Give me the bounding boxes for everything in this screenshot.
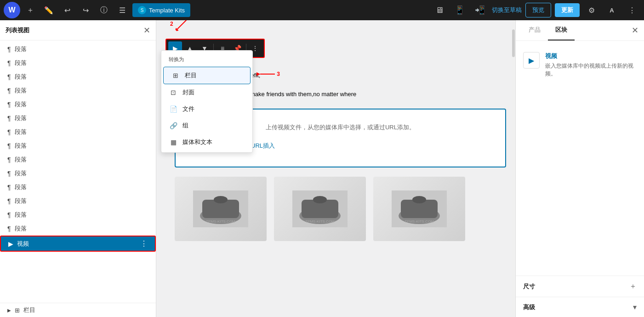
list-item[interactable]: ¶ 段落 bbox=[0, 56, 156, 70]
widget-info: 视频 嵌入您媒体库中的视频或上传新的视频。 bbox=[545, 52, 637, 78]
svg-text:TPMS-KITS.COM: TPMS-KITS.COM bbox=[206, 219, 235, 224]
paragraph-icon: ¶ bbox=[7, 101, 11, 108]
list-item[interactable]: ¶ 段落 bbox=[0, 42, 156, 56]
paragraph-icon: ¶ bbox=[7, 59, 11, 67]
list-item[interactable]: ¶ 段落 bbox=[0, 98, 156, 111]
widget-name: 视频 bbox=[545, 52, 637, 60]
paragraph-icon: ¶ bbox=[7, 128, 11, 136]
transform-dropdown: 转换为 ⊞ 栏目 3 ⊡ 封面 bbox=[161, 50, 253, 153]
list-view-button[interactable]: ☰ bbox=[114, 2, 131, 18]
list-item[interactable]: ¶ 段落 bbox=[0, 194, 156, 208]
center-content: 2 ▶ ▲ ▼ ≡ 📌 ⋮ 转换为 bbox=[156, 20, 515, 317]
more-options-button[interactable]: ⋮ bbox=[624, 2, 640, 18]
svg-line-2 bbox=[177, 20, 188, 29]
svg-text:TPMS-KITS.COM: TPMS-KITS.COM bbox=[305, 219, 335, 224]
dropdown-item-column[interactable]: ⊞ 栏目 bbox=[163, 67, 251, 84]
right-sidebar-content: ▶ 视频 嵌入您媒体库中的视频或上传新的视频。 bbox=[516, 41, 644, 276]
left-sidebar: 列表视图 ✕ ¶ 段落 ¶ 段落 ¶ 段落 ¶ 段落 ¶ 段落 bbox=[0, 20, 156, 317]
undo-button[interactable]: ↩ bbox=[59, 2, 75, 18]
paragraph-icon: ¶ bbox=[7, 142, 11, 150]
svg-text:TPMS-KITS.COM: TPMS-KITS.COM bbox=[405, 219, 434, 224]
tab-blocks[interactable]: 区块 bbox=[548, 20, 575, 40]
dropdown-item-group[interactable]: 🔗 组 bbox=[161, 117, 252, 134]
scrollbar-track[interactable] bbox=[512, 20, 515, 317]
switch-draft-button[interactable]: 切换至草稿 bbox=[492, 6, 522, 14]
widget-video: ▶ 视频 嵌入您媒体库中的视频或上传新的视频。 bbox=[523, 48, 637, 81]
scrollbar-thumb[interactable] bbox=[512, 29, 515, 57]
tablet-view-button[interactable]: 📱 bbox=[451, 2, 468, 18]
dimensions-section[interactable]: 尺寸 ＋ bbox=[516, 276, 644, 297]
arrow-3-svg bbox=[256, 70, 275, 78]
column-dropdown-icon: ⊞ bbox=[171, 71, 180, 80]
main-layout: 列表视图 ✕ ¶ 段落 ¶ 段落 ¶ 段落 ¶ 段落 ¶ 段落 bbox=[0, 20, 644, 317]
annotation-2: 2 bbox=[170, 21, 173, 27]
list-view-title: 列表视图 bbox=[6, 26, 29, 35]
list-item[interactable]: ¶ 段落 bbox=[0, 180, 156, 194]
product-image-1: TPMS-KITS.COM bbox=[175, 177, 267, 241]
desktop-view-button[interactable]: 🖥 bbox=[431, 2, 448, 18]
list-view-header: 列表视图 ✕ bbox=[0, 20, 156, 40]
cover-dropdown-icon: ⊡ bbox=[169, 88, 178, 97]
right-sidebar-close-button[interactable]: ✕ bbox=[632, 25, 638, 35]
dropdown-item-file[interactable]: 📄 文件 bbox=[161, 101, 252, 117]
paragraph-icon: ¶ bbox=[7, 115, 11, 122]
wp-logo: W bbox=[4, 2, 20, 18]
list-items-container: ¶ 段落 ¶ 段落 ¶ 段落 ¶ 段落 ¶ 段落 ¶ 段落 bbox=[0, 40, 156, 303]
plus-icon: ＋ bbox=[629, 282, 637, 291]
redo-button[interactable]: ↪ bbox=[77, 2, 94, 18]
list-item-column[interactable]: ▶ ⊞ 栏目 bbox=[0, 303, 156, 317]
media-text-dropdown-icon: ▦ bbox=[169, 138, 178, 147]
list-item[interactable]: ¶ 段落 bbox=[0, 111, 156, 125]
advanced-section[interactable]: 高级 ▾ bbox=[516, 297, 644, 317]
item-dots-icon[interactable]: ⋮ bbox=[140, 239, 148, 248]
list-item-video-active[interactable]: ▶ 视频 ⋮ bbox=[0, 236, 156, 252]
expand-icon: ▶ bbox=[7, 308, 11, 313]
paragraph-icon: ¶ bbox=[7, 197, 11, 205]
chevron-down-icon: ▾ bbox=[633, 303, 637, 311]
tools-button[interactable]: ✏️ bbox=[40, 2, 57, 18]
annotation-3: 3 bbox=[277, 71, 280, 77]
paragraph-icon: ¶ bbox=[7, 211, 11, 219]
paragraph-icon: ¶ bbox=[7, 170, 11, 177]
list-item[interactable]: ¶ 段落 bbox=[0, 222, 156, 236]
paragraph-icon: ¶ bbox=[7, 87, 11, 94]
dropdown-item-cover[interactable]: ⊡ 封面 bbox=[161, 84, 252, 101]
svg-point-9 bbox=[214, 196, 228, 203]
annotation-1: 1 bbox=[0, 241, 0, 247]
template-kits-label: Template Kits bbox=[149, 7, 185, 14]
info-button[interactable]: ⓘ bbox=[96, 2, 112, 18]
file-dropdown-icon: 📄 bbox=[169, 104, 178, 114]
template-kits-button[interactable]: S Template Kits bbox=[132, 3, 190, 17]
list-item[interactable]: ¶ 段落 bbox=[0, 139, 156, 153]
right-sidebar: 产品 区块 ✕ ▶ 视频 嵌入您媒体库中的视频或上传新的视频。 尺寸 ＋ 高级 … bbox=[515, 20, 644, 317]
paragraph-icon: ¶ bbox=[7, 156, 11, 163]
list-view-close-button[interactable]: ✕ bbox=[143, 25, 150, 35]
list-item[interactable]: ¶ 段落 bbox=[0, 153, 156, 167]
preview-button[interactable]: 预览 bbox=[525, 3, 551, 17]
mobile-view-button[interactable]: 📲 bbox=[472, 2, 488, 18]
product-image-3: TPMS-KITS.COM bbox=[373, 177, 465, 241]
dropdown-item-media-text[interactable]: ▦ 媒体和文本 bbox=[161, 134, 252, 150]
list-item[interactable]: ¶ 段落 bbox=[0, 125, 156, 139]
list-item[interactable]: ¶ 段落 bbox=[0, 167, 156, 180]
svg-point-14 bbox=[313, 196, 327, 203]
paragraph-icon: ¶ bbox=[7, 46, 11, 53]
svg-marker-4 bbox=[256, 72, 260, 76]
template-kits-icon: S bbox=[138, 6, 146, 14]
right-sidebar-tabs: 产品 区块 ✕ bbox=[516, 20, 644, 41]
video-icon: ▶ bbox=[8, 240, 13, 248]
add-block-button[interactable]: ＋ bbox=[22, 2, 39, 18]
list-item[interactable]: ¶ 段落 bbox=[0, 70, 156, 84]
update-button[interactable]: 更新 bbox=[555, 3, 580, 17]
tab-products[interactable]: 产品 bbox=[521, 20, 548, 40]
paragraph-icon: ¶ bbox=[7, 225, 11, 232]
list-item[interactable]: ¶ 段落 bbox=[0, 208, 156, 222]
column-icon: ⊞ bbox=[15, 307, 20, 314]
a-button[interactable]: A bbox=[604, 2, 620, 18]
top-bar: W ＋ ✏️ ↩ ↪ ⓘ ☰ S Template Kits 🖥 📱 📲 切换至… bbox=[0, 0, 644, 20]
widget-description: 嵌入您媒体库中的视频或上传新的视频。 bbox=[545, 62, 637, 78]
list-item[interactable]: ¶ 段落 bbox=[0, 84, 156, 98]
settings-button[interactable]: ⚙ bbox=[583, 2, 600, 18]
product-image-2: TPMS-KITS.COM bbox=[274, 177, 366, 241]
svg-point-19 bbox=[412, 196, 426, 203]
